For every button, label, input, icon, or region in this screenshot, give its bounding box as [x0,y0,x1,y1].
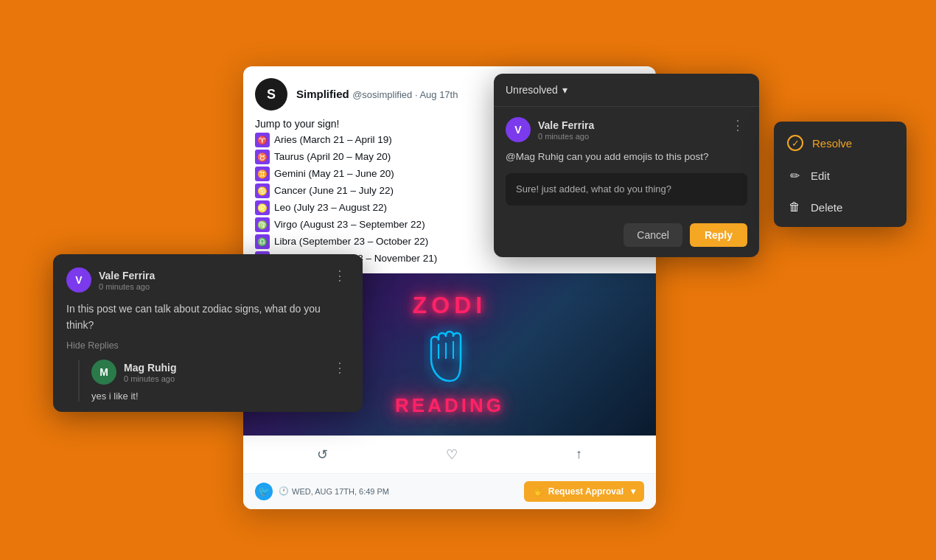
zodiac-label: Libra (September 23 – October 22) [274,234,428,251]
chevron-down-icon: ▾ [562,84,567,96]
comment-author-time: 0 minutes ago [538,132,594,141]
twitter-handle-block: Simplified @sosimplified · Aug 17th [296,88,458,101]
simplified-avatar: S [255,78,287,111]
zodiac-label: Leo (July 23 – August 22) [274,200,387,217]
comment-text: @Mag Ruhig can you add emojis to this po… [506,150,747,164]
left-comment-body: In this post we can talk about zodiac si… [66,301,349,333]
delete-label: Delete [811,201,842,214]
comment-user: V Vale Ferrira 0 minutes ago [506,117,594,142]
twitter-card-footer: 🐦 🕐 WED, AUG 17TH, 6:49 PM ✋ Request App… [243,473,656,509]
reply-text: yes i like it! [91,391,349,402]
comment-author-name: Vale Ferrira [538,119,594,131]
cancel-button[interactable]: Cancel [624,223,682,247]
delete-icon: 🗑 [787,200,802,214]
timestamp-text: WED, AUG 17TH, 6:49 PM [292,487,389,496]
twitter-bird-icon: 🐦 [255,483,273,500]
zodiac-symbol: ♊ [255,167,270,181]
zodiac-symbol: ♍ [255,217,270,232]
footer-timestamp: 🕐 WED, AUG 17TH, 6:49 PM [279,486,389,496]
reply-more-button[interactable]: ⋮ [330,360,349,376]
comment-author-avatar: V [506,117,531,142]
zodiac-symbol: ♎ [255,234,270,249]
comment-item-header: V Vale Ferrira 0 minutes ago ⋮ [506,117,747,142]
reply-time: 0 minutes ago [124,374,177,383]
retweet-button[interactable]: ↺ [311,444,334,466]
edit-icon: ✏ [787,169,802,183]
zodiac-label: Gemini (May 21 – June 20) [274,166,394,183]
zodiac-symbol: ♌ [255,200,270,215]
chevron-down-icon: ▾ [631,486,635,497]
neon-reading-text: READING [395,394,504,417]
neon-hand-icon [424,322,475,388]
reply-item: M Mag Ruhig 0 minutes ago ⋮ yes i like i… [78,360,349,402]
left-comment-time: 0 minutes ago [99,282,155,291]
twitter-name: Simplified [296,88,349,100]
hide-replies-toggle[interactable]: Hide Replies [66,340,349,351]
unresolved-label: Unresolved [506,84,558,96]
resolve-check-icon: ✓ [787,135,803,151]
footer-left: 🐦 🕐 WED, AUG 17TH, 6:49 PM [255,483,389,500]
edit-label: Edit [811,169,830,182]
neon-zodi-text: ZODI [395,292,504,319]
comment-user-info: Vale Ferrira 0 minutes ago [538,119,594,141]
comment-reply-preview: Sure! just added, what do you thing? [506,173,747,206]
left-comment-user: V Vale Ferrira 0 minutes ago [66,267,155,293]
reply-button[interactable]: Reply [690,223,747,247]
left-comment-author-name: Vale Ferrira [99,270,155,281]
zodiac-label: Taurus (April 20 – May 20) [274,149,391,166]
comment-panel-header: Unresolved ▾ [494,74,759,107]
twitter-card-actions[interactable]: ↺ ♡ ↑ [243,435,656,473]
share-button[interactable]: ↑ [570,444,588,465]
zodiac-symbol: ♋ [255,183,270,198]
context-menu-delete[interactable]: 🗑 Delete [774,192,907,223]
reply-user: M Mag Ruhig 0 minutes ago [91,360,177,385]
reply-item-header: M Mag Ruhig 0 minutes ago ⋮ [91,360,349,385]
reply-user-info: Mag Ruhig 0 minutes ago [124,362,177,383]
zodiac-symbol: ♉ [255,150,270,164]
twitter-handle: @sosimplified · Aug 17th [352,89,458,100]
left-comment-user-info: Vale Ferrira 0 minutes ago [99,270,155,291]
request-approval-button[interactable]: ✋ Request Approval ▾ [524,481,644,502]
zodiac-label: Virgo (August 23 – September 22) [274,217,425,234]
unresolved-dropdown[interactable]: Unresolved ▾ [506,84,567,96]
left-comment-avatar: V [66,267,91,293]
resolve-label: Resolve [812,137,852,150]
context-menu-resolve[interactable]: ✓ Resolve [774,126,907,160]
neon-sign: ZODI READING [395,292,504,417]
context-menu: ✓ Resolve ✏ Edit 🗑 Delete [774,122,907,227]
reply-avatar: M [91,360,116,385]
comment-more-button[interactable]: ⋮ [728,117,747,133]
zodiac-symbol: ♈ [255,133,270,147]
context-menu-edit[interactable]: ✏ Edit [774,160,907,192]
zodiac-label: Aries (March 21 – April 19) [274,132,392,149]
like-button[interactable]: ♡ [440,444,464,466]
avatar-letter: S [267,87,276,102]
reply-author-name: Mag Ruhig [124,362,177,374]
left-comment-header: V Vale Ferrira 0 minutes ago ⋮ [66,267,349,293]
zodiac-label: Cancer (June 21 – July 22) [274,183,394,200]
comment-actions: Cancel Reply [494,216,759,257]
request-approval-label: Request Approval [548,486,624,497]
left-comment-card: V Vale Ferrira 0 minutes ago ⋮ In this p… [53,254,363,412]
comment-panel: Unresolved ▾ V Vale Ferrira 0 minutes ag… [494,74,759,257]
left-comment-more-button[interactable]: ⋮ [330,267,349,284]
comment-item-main: V Vale Ferrira 0 minutes ago ⋮ @Mag Ruhi… [494,107,759,206]
